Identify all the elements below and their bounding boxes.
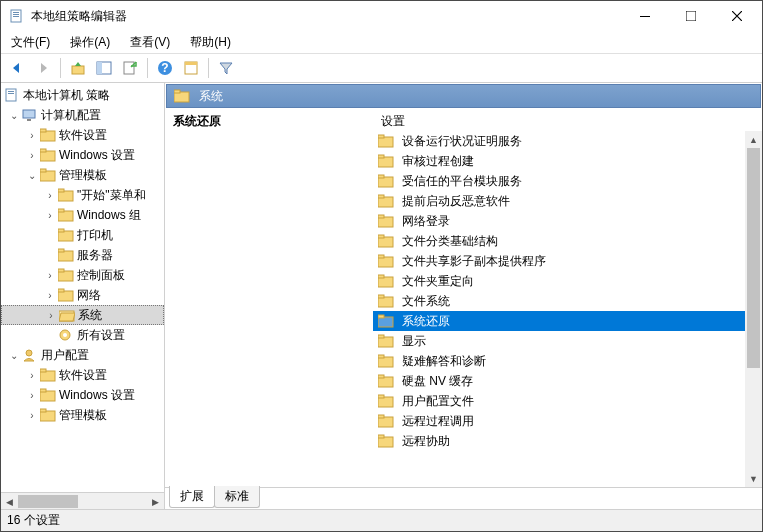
svg-rect-36 — [58, 289, 64, 292]
vertical-scrollbar[interactable]: ▲ ▼ — [745, 131, 762, 487]
expand-icon[interactable]: › — [25, 130, 39, 141]
svg-text:?: ? — [161, 61, 168, 75]
list-item[interactable]: 文件系统 — [373, 291, 762, 311]
svg-rect-20 — [40, 129, 46, 132]
tree-item[interactable]: 服务器 — [1, 245, 164, 265]
tree-item[interactable]: ›网络 — [1, 285, 164, 305]
svg-rect-32 — [58, 249, 64, 252]
list-item[interactable]: 文件分类基础结构 — [373, 231, 762, 251]
collapse-icon[interactable]: ⌄ — [25, 170, 39, 181]
tree-user-config[interactable]: ⌄用户配置 — [1, 345, 164, 365]
list-item[interactable]: 系统还原 — [373, 311, 762, 331]
scroll-up-icon[interactable]: ▲ — [745, 131, 762, 148]
scrollbar-thumb[interactable] — [18, 495, 78, 508]
list-item[interactable]: 疑难解答和诊断 — [373, 351, 762, 371]
menu-file[interactable]: 文件(F) — [7, 32, 54, 53]
tree-label: 用户配置 — [41, 347, 89, 364]
tab-extended[interactable]: 扩展 — [169, 486, 215, 508]
show-hide-tree-button[interactable] — [92, 56, 116, 80]
menu-view[interactable]: 查看(V) — [126, 32, 174, 53]
tree-item[interactable]: 所有设置 — [1, 325, 164, 345]
menu-help[interactable]: 帮助(H) — [186, 32, 235, 53]
folder-icon — [58, 268, 74, 282]
list-item[interactable]: 审核过程创建 — [373, 151, 762, 171]
tree-label: 软件设置 — [59, 127, 107, 144]
tree-item[interactable]: ›控制面板 — [1, 265, 164, 285]
scroll-right-icon[interactable]: ▶ — [147, 493, 164, 510]
tree[interactable]: 本地计算机 策略 ⌄ 计算机配置 ›软件设置 ›Windows 设置 ⌄管理模板… — [1, 83, 164, 492]
tab-standard[interactable]: 标准 — [214, 486, 260, 508]
export-button[interactable] — [118, 56, 142, 80]
policy-icon — [4, 88, 20, 102]
svg-rect-50 — [378, 135, 384, 138]
expand-icon[interactable]: › — [43, 190, 57, 201]
scrollbar-thumb[interactable] — [747, 148, 760, 368]
tree-item[interactable]: ›管理模板 — [1, 405, 164, 425]
scroll-down-icon[interactable]: ▼ — [745, 470, 762, 487]
list-item[interactable]: 远程过程调用 — [373, 411, 762, 431]
folder-icon — [58, 288, 74, 302]
list-item[interactable]: 受信任的平台模块服务 — [373, 171, 762, 191]
list-item[interactable]: 文件共享影子副本提供程序 — [373, 251, 762, 271]
list-item[interactable]: 文件夹重定向 — [373, 271, 762, 291]
scroll-left-icon[interactable]: ◀ — [1, 493, 18, 510]
collapse-icon[interactable]: ⌄ — [7, 110, 21, 121]
minimize-button[interactable] — [622, 1, 668, 31]
tree-horizontal-scrollbar[interactable]: ◀ ▶ — [1, 492, 164, 509]
back-button[interactable] — [5, 56, 29, 80]
expand-icon[interactable]: › — [25, 370, 39, 381]
expand-icon[interactable]: › — [25, 150, 39, 161]
filter-button[interactable] — [214, 56, 238, 80]
svg-rect-18 — [27, 119, 31, 121]
expand-icon[interactable]: › — [44, 310, 58, 321]
svg-rect-80 — [378, 435, 384, 438]
tree-item[interactable]: ›软件设置 — [1, 125, 164, 145]
settings-list[interactable]: 设备运行状况证明服务审核过程创建受信任的平台模块服务提前启动反恶意软件网络登录文… — [373, 131, 762, 487]
tree-item[interactable]: ›Windows 组 — [1, 205, 164, 225]
titlebar: 本地组策略编辑器 — [1, 1, 762, 31]
tree-root[interactable]: 本地计算机 策略 — [1, 85, 164, 105]
tree-computer-config[interactable]: ⌄ 计算机配置 — [1, 105, 164, 125]
list-item[interactable]: 显示 — [373, 331, 762, 351]
details-header-title: 系统 — [199, 88, 223, 105]
collapse-icon[interactable]: ⌄ — [7, 350, 21, 361]
menu-action[interactable]: 操作(A) — [66, 32, 114, 53]
folder-icon — [378, 174, 394, 188]
column-settings[interactable]: 设置 — [373, 109, 762, 131]
tree-item[interactable]: 打印机 — [1, 225, 164, 245]
close-button[interactable] — [714, 1, 760, 31]
tree-item-system[interactable]: ›系统 — [1, 305, 164, 325]
tree-templates[interactable]: ⌄管理模板 — [1, 165, 164, 185]
list-item[interactable]: 硬盘 NV 缓存 — [373, 371, 762, 391]
forward-button[interactable] — [31, 56, 55, 80]
svg-point-40 — [26, 350, 32, 356]
expand-icon[interactable]: › — [43, 210, 57, 221]
expand-icon[interactable]: › — [25, 390, 39, 401]
svg-rect-26 — [58, 189, 64, 192]
expand-icon[interactable]: › — [43, 290, 57, 301]
folder-icon — [378, 294, 394, 308]
expand-icon[interactable]: › — [43, 270, 57, 281]
folder-icon — [378, 254, 394, 268]
tree-item[interactable]: ›软件设置 — [1, 365, 164, 385]
folder-icon — [378, 234, 394, 248]
list-item[interactable]: 设备运行状况证明服务 — [373, 131, 762, 151]
list-item[interactable]: 用户配置文件 — [373, 391, 762, 411]
tree-item[interactable]: ›Windows 设置 — [1, 385, 164, 405]
maximize-button[interactable] — [668, 1, 714, 31]
list-item[interactable]: 提前启动反恶意软件 — [373, 191, 762, 211]
list-item-label: 文件夹重定向 — [402, 273, 474, 290]
list-item[interactable]: 远程协助 — [373, 431, 762, 451]
properties-button[interactable] — [179, 56, 203, 80]
tree-item[interactable]: ›"开始"菜单和 — [1, 185, 164, 205]
list-item[interactable]: 网络登录 — [373, 211, 762, 231]
window-title: 本地组策略编辑器 — [31, 8, 622, 25]
folder-open-icon — [59, 308, 75, 322]
tree-item[interactable]: ›Windows 设置 — [1, 145, 164, 165]
svg-rect-62 — [378, 255, 384, 258]
expand-icon[interactable]: › — [25, 410, 39, 421]
svg-rect-54 — [378, 175, 384, 178]
help-button[interactable]: ? — [153, 56, 177, 80]
tree-label: "开始"菜单和 — [77, 187, 146, 204]
up-button[interactable] — [66, 56, 90, 80]
